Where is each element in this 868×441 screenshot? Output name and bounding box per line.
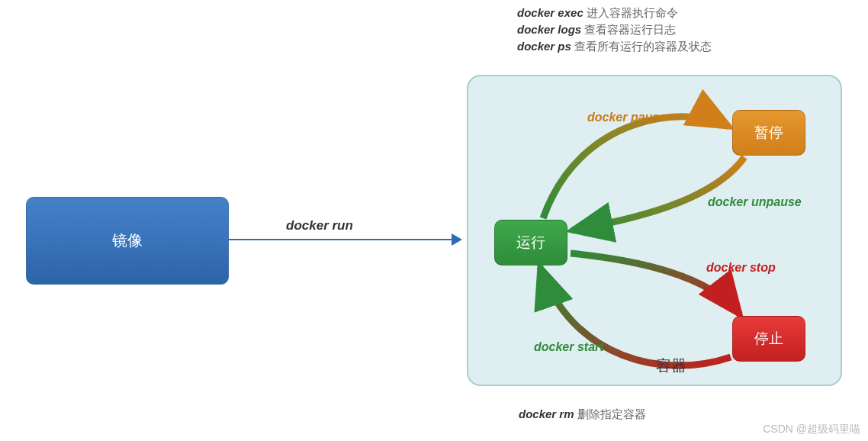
state-pause-node: 暂停 bbox=[732, 110, 805, 156]
state-pause-label: 暂停 bbox=[754, 123, 783, 143]
state-stop-node: 停止 bbox=[732, 316, 805, 362]
state-run-label: 运行 bbox=[516, 233, 545, 253]
rm-label: docker rm 删除指定容器 bbox=[519, 407, 646, 422]
command-list-row: docker ps 查看所有运行的容器及状态 bbox=[517, 40, 712, 54]
arrow-run-line bbox=[229, 239, 455, 240]
lbl-unpause: docker unpause bbox=[708, 195, 802, 209]
cmd-logs-desc: 查看容器运行日志 bbox=[584, 23, 676, 36]
cmd-exec-desc: 进入容器执行命令 bbox=[587, 6, 678, 19]
cmd-logs: docker logs bbox=[517, 23, 581, 36]
lbl-pause: docker pause bbox=[587, 111, 666, 124]
cmd-exec: docker exec bbox=[517, 6, 583, 19]
cmd-ps-desc: 查看所有运行的容器及状态 bbox=[574, 40, 712, 53]
watermark: CSDN @超级码里喵 bbox=[763, 423, 860, 436]
cmd-ps: docker ps bbox=[517, 40, 571, 53]
image-node-label: 镜像 bbox=[112, 230, 143, 251]
lbl-start: docker start bbox=[534, 340, 604, 354]
cmd-rm: docker rm bbox=[519, 407, 574, 420]
container-title: 容器 bbox=[656, 356, 686, 376]
lbl-stop: docker stop bbox=[706, 261, 776, 275]
state-stop-label: 停止 bbox=[754, 329, 783, 349]
cmd-rm-desc: 删除指定容器 bbox=[577, 407, 646, 420]
image-node: 镜像 bbox=[26, 197, 229, 285]
arrow-run-head-icon bbox=[452, 233, 462, 246]
run-cmd-label: docker run bbox=[286, 218, 353, 233]
command-list-row: docker logs 查看容器运行日志 bbox=[517, 23, 712, 37]
command-list-top: docker exec 进入容器执行命令 docker logs 查看容器运行日… bbox=[517, 6, 712, 56]
state-run-node: 运行 bbox=[494, 220, 567, 266]
command-list-row: docker exec 进入容器执行命令 bbox=[517, 6, 712, 21]
